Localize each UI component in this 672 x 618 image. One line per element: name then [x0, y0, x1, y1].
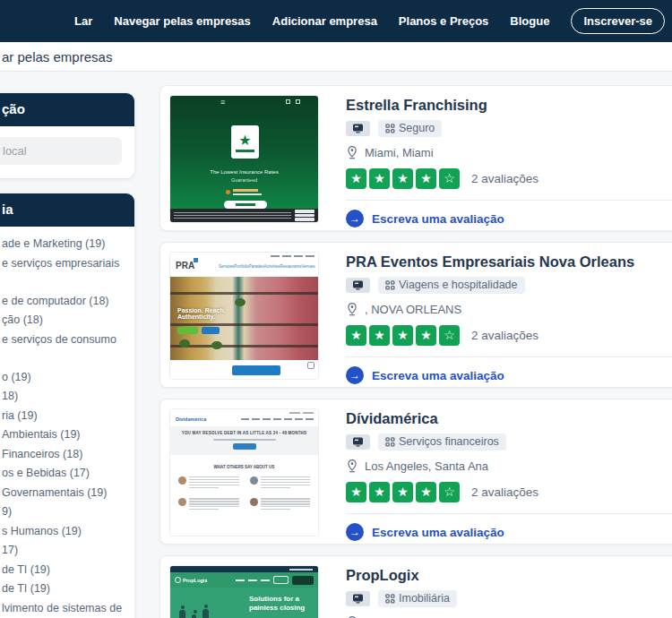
- divider: [346, 356, 672, 357]
- category-item[interactable]: 9): [2, 506, 125, 518]
- location-text: Los Angeles, Santa Ana: [365, 459, 488, 473]
- category-list: ade e Marketing (19) e serviços empresar…: [0, 227, 134, 618]
- reviews-count: 2 avaliações: [471, 485, 538, 499]
- nav-item-plans-pricing[interactable]: Planos e Preços: [399, 14, 488, 28]
- listing-thumbnail[interactable]: ≡ ★ The Lowest Insurance Rates Guarantee…: [169, 95, 319, 223]
- content-area: ção local ia ade e Marketing (19) e serv…: [0, 72, 672, 618]
- category-badge[interactable]: Viagens e hospitalidade: [378, 277, 525, 294]
- proplogix-website-preview: PropLogix Solutions for a painless closi…: [170, 566, 318, 618]
- preview-nav-link: Services: [219, 264, 234, 269]
- reviews-count: 2 avaliações: [471, 329, 538, 342]
- category-badge[interactable]: Imobiliária: [378, 590, 457, 607]
- category-item[interactable]: lvimento de sistemas de: [2, 603, 125, 614]
- listing-thumbnail[interactable]: PropLogix Solutions for a painless closi…: [169, 565, 319, 618]
- category-item[interactable]: 17): [2, 545, 125, 556]
- category-item[interactable]: de TI (19): [2, 583, 125, 595]
- preview-header: PropLogix: [170, 572, 318, 588]
- listing-card: ≡ ★ The Lowest Insurance Rates Guarantee…: [159, 85, 672, 231]
- listing-name[interactable]: PropLogix: [346, 567, 672, 584]
- grid-icon: [385, 594, 395, 604]
- category-item[interactable]: s Humanos (19): [2, 526, 125, 537]
- location-input-placeholder: local: [3, 144, 27, 158]
- category-item[interactable]: e serviços empresariais: [2, 258, 125, 270]
- star-icon: ★: [346, 482, 366, 502]
- listing-name[interactable]: Dívidamérica: [346, 410, 672, 427]
- star-icon: ★: [369, 482, 390, 502]
- location-row: Los Angeles, Santa Ana: [346, 459, 672, 473]
- write-review-label: Escreva uma avaliação: [372, 212, 504, 226]
- page-title: ar pelas empresas: [2, 49, 112, 64]
- category-badge[interactable]: Serviços financeiros: [378, 433, 506, 451]
- category-item[interactable]: Governamentais (19): [2, 487, 125, 499]
- screenshot-badge: [346, 434, 370, 450]
- screenshot-badge: [346, 278, 370, 293]
- top-navigation: Lar Navegar pelas empresas Adicionar emp…: [0, 0, 672, 42]
- star-outline-icon: ☆: [439, 482, 460, 502]
- cookie-banner: [170, 209, 318, 222]
- arrow-right-icon: →: [346, 523, 364, 541]
- signup-button[interactable]: Inscrever-se: [571, 8, 665, 34]
- listing-info: PRA Eventos Empresariais Nova Orleans Vi…: [346, 253, 672, 384]
- nav-item-blog[interactable]: Blogue: [510, 14, 549, 28]
- category-badge-label: Viagens e hospitalidade: [399, 279, 518, 291]
- location-search-input[interactable]: local: [0, 137, 122, 165]
- estrella-website-preview: ≡ ★ The Lowest Insurance Rates Guarantee…: [170, 96, 318, 222]
- listing-name[interactable]: PRA Eventos Empresariais Nova Orleans: [346, 253, 672, 270]
- preview-footer: [170, 360, 318, 379]
- listing-thumbnail[interactable]: PRA Services Portfolio Parades Activitie…: [169, 252, 319, 380]
- text-skeleton: [213, 439, 276, 441]
- category-item[interactable]: de TI (19): [2, 564, 125, 576]
- badge-row: Seguro: [346, 120, 672, 137]
- write-review-link[interactable]: → Escreva uma avaliação: [346, 523, 672, 541]
- category-badge-label: Seguro: [399, 122, 435, 134]
- rating-row: ★ ★ ★ ★ ☆ 2 avaliações: [346, 168, 672, 189]
- listing-info: Dívidamérica Serviços financeiros Los An…: [346, 410, 672, 541]
- location-pin-icon: [346, 302, 358, 316]
- star-icon: ★: [392, 482, 413, 502]
- category-item[interactable]: ção (18): [2, 314, 125, 326]
- star-icon: ★: [369, 168, 390, 189]
- pra-website-preview: PRA Services Portfolio Parades Activitie…: [170, 253, 318, 379]
- write-review-link[interactable]: → Escreva uma avaliação: [346, 366, 672, 384]
- category-badge[interactable]: Seguro: [378, 120, 442, 137]
- text-skeleton: [189, 498, 239, 511]
- dividamerica-website-preview: Dívidamérica YOU MAY RESOLVE DEBT IN AS …: [170, 409, 318, 536]
- preview-nav: Services Portfolio Parades Activities Re…: [219, 264, 314, 269]
- category-badge-label: Imobiliária: [399, 592, 450, 605]
- hero-band: YOU MAY RESOLVE DEBT IN AS LITTLE AS 24 …: [170, 426, 318, 455]
- chat-widget-icon: [307, 362, 314, 369]
- nav-item-add-business[interactable]: Adicionar empresa: [272, 14, 377, 28]
- category-item[interactable]: ria (19): [2, 410, 125, 422]
- category-item[interactable]: Financeiros (18): [2, 449, 125, 460]
- category-item[interactable]: o (19): [2, 372, 125, 383]
- location-text: Miami, Miami: [365, 146, 434, 159]
- plant-decor: [211, 341, 222, 349]
- star-logo-icon: ★: [238, 133, 251, 148]
- divider: [346, 200, 672, 201]
- preview-nav-link: Venues: [302, 264, 315, 269]
- nav-item-browse-businesses[interactable]: Navegar pelas empresas: [114, 14, 250, 28]
- hero-buttons: [177, 327, 220, 334]
- category-item[interactable]: e serviços de consumo: [2, 334, 125, 346]
- location-text: , NOVA ORLEANS: [365, 303, 461, 316]
- category-item[interactable]: 18): [2, 391, 125, 402]
- category-item[interactable]: e de computador (18): [2, 296, 125, 307]
- category-item[interactable]: os e Bebidas (17): [2, 468, 125, 479]
- listing-thumbnail[interactable]: Dívidamérica YOU MAY RESOLVE DEBT IN AS …: [169, 408, 319, 536]
- category-item[interactable]: Ambientais (19): [2, 429, 125, 441]
- listing-name[interactable]: Estrella Franchising: [346, 97, 672, 114]
- avatar: [178, 476, 186, 485]
- hero-headline: YOU MAY RESOLVE DEBT IN AS LITTLE AS 24 …: [170, 431, 318, 435]
- avatar: [250, 498, 258, 506]
- cta-button: [233, 443, 256, 450]
- divider: [346, 513, 672, 514]
- header-icons: [286, 99, 300, 104]
- category-item[interactable]: ade e Marketing (19): [2, 238, 125, 250]
- write-review-link[interactable]: → Escreva uma avaliação: [346, 210, 672, 227]
- hamburger-menu-icon: ≡: [220, 98, 225, 107]
- text-skeleton: [241, 418, 314, 420]
- star-icon: ★: [416, 168, 436, 189]
- nav-item-home[interactable]: Lar: [74, 14, 92, 28]
- login-button: [273, 576, 289, 584]
- screenshot-badge: [346, 591, 370, 606]
